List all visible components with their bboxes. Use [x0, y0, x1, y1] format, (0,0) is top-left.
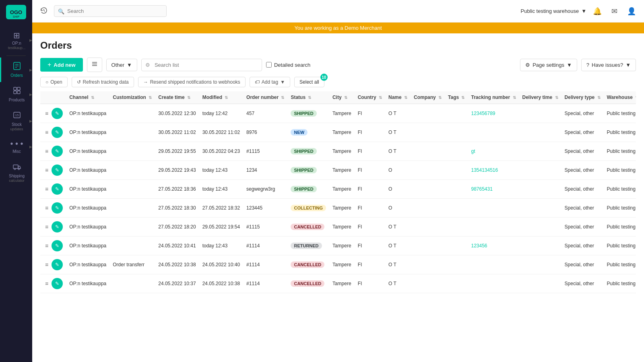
add-new-button[interactable]: + Add new	[40, 58, 83, 72]
row-edit-button[interactable]: ✎	[52, 202, 63, 214]
tag-icon: 🏷	[255, 79, 260, 85]
row-edit-button[interactable]: ✎	[52, 165, 63, 176]
search-icon: 🔍	[58, 8, 64, 14]
col-header-delivery-type[interactable]: Delivery type ⇅	[561, 91, 604, 104]
cell-create-time: 30.05.2022 12:30	[155, 104, 199, 123]
cell-name: O	[385, 161, 411, 180]
row-edit-button[interactable]: ✎	[52, 108, 63, 119]
cell-warehouse: Public testing warehouse	[604, 255, 636, 274]
history-button[interactable]	[39, 5, 49, 17]
row-edit-button[interactable]: ✎	[52, 183, 63, 195]
row-edit-button[interactable]: ✎	[52, 259, 63, 270]
col-header-country[interactable]: Country ⇅	[355, 91, 385, 104]
tracking-link[interactable]: gt	[471, 148, 475, 154]
notifications-button[interactable]: 🔔	[591, 5, 603, 17]
row-menu-button[interactable]: ≡	[43, 109, 50, 117]
cell-status: SHIPPED	[287, 142, 329, 161]
col-header-channel[interactable]: Channel ⇅	[66, 91, 109, 104]
col-header-customization[interactable]: Customization ⇅	[109, 91, 155, 104]
search-list-input[interactable]	[141, 59, 262, 71]
row-menu-button[interactable]: ≡	[43, 280, 50, 288]
orders-table-wrap: Channel ⇅ Customization ⇅ Create time ⇅ …	[40, 91, 636, 293]
row-menu-button[interactable]: ≡	[43, 128, 50, 136]
cell-delivery-type: Special, other	[561, 123, 604, 142]
col-header-order-number[interactable]: Order number ⇅	[243, 91, 287, 104]
sidebar-item-stock[interactable]: 15 Stock updates ▶	[0, 107, 32, 135]
refresh-tracking-button[interactable]: ↺ Refresh tracking data	[72, 77, 134, 87]
cell-delivery-type: Special, other	[561, 180, 604, 199]
row-edit-button[interactable]: ✎	[52, 278, 63, 289]
sidebar-item-misc[interactable]: • • • Misc ▶	[0, 135, 32, 158]
cell-customization	[109, 104, 155, 123]
have-issues-button[interactable]: ? Have issues? ▼	[581, 59, 636, 71]
status-badge: CANCELLED	[291, 280, 324, 287]
search-input[interactable]	[54, 5, 167, 17]
cell-status: CANCELLED	[287, 274, 329, 293]
col-header-tags[interactable]: Tags ⇅	[445, 91, 468, 104]
app-logo[interactable]: OGO SHIP	[0, 0, 32, 24]
add-tag-button[interactable]: 🏷 Add tag ▼	[250, 77, 290, 87]
resend-button[interactable]: → Resend shipped notifications to webhoo…	[138, 77, 246, 87]
open-button[interactable]: ○ Open	[40, 77, 68, 87]
row-edit-button[interactable]: ✎	[52, 146, 63, 157]
col-header-delivery-time[interactable]: Delivery time ⇅	[519, 91, 561, 104]
list-view-button[interactable]	[87, 58, 102, 72]
col-header-name[interactable]: Name ⇅	[385, 91, 411, 104]
col-header-status[interactable]: Status ⇅	[287, 91, 329, 104]
settings-dropdown-icon: ▼	[567, 62, 572, 68]
cell-order-number: 8976	[243, 123, 287, 142]
messages-button[interactable]: ✉	[610, 5, 619, 17]
cell-modified: 29.05.2022 19:54	[199, 218, 243, 237]
tracking-link[interactable]: 1354134516	[471, 167, 498, 173]
row-menu-button[interactable]: ≡	[43, 204, 50, 212]
row-menu-button[interactable]: ≡	[43, 261, 50, 269]
cell-modified: 30.05.2022 11:02	[199, 123, 243, 142]
row-edit-button[interactable]: ✎	[52, 221, 63, 232]
select-all-button[interactable]: Select all	[294, 77, 324, 87]
cell-tags	[445, 123, 468, 142]
cell-country: FI	[355, 142, 385, 161]
cell-tracking: 123456789	[468, 104, 519, 123]
col-header-warehouse[interactable]: Warehouse ⇅	[604, 91, 636, 104]
profile-button[interactable]: 👤	[625, 5, 638, 17]
col-header-tracking[interactable]: Tracking number ⇅	[468, 91, 519, 104]
tracking-link[interactable]: 98765431	[471, 186, 492, 192]
page-settings-button[interactable]: ⚙ Page settings ▼	[520, 59, 577, 71]
row-menu-button[interactable]: ≡	[43, 242, 50, 250]
cell-delivery-type: Special, other	[561, 161, 604, 180]
main-area: 🔍 Public testing warehouse ▼ 🔔 ✉ 👤 You a…	[32, 0, 644, 362]
search-list-wrap: ⚙	[141, 59, 262, 71]
row-edit-button[interactable]: ✎	[52, 240, 63, 251]
filter-icon: ⚙	[145, 62, 150, 68]
status-badge: SHIPPED	[291, 186, 316, 192]
row-menu-button[interactable]: ≡	[43, 185, 50, 193]
sidebar-item-products[interactable]: Products ▶	[0, 82, 32, 107]
sidebar-item-home[interactable]: ⊞ OP:n testikaup... ▶	[0, 27, 32, 54]
row-menu-button[interactable]: ≡	[43, 223, 50, 231]
col-header-city[interactable]: City ⇅	[329, 91, 355, 104]
cell-name: O T	[385, 274, 411, 293]
cell-create-time: 24.05.2022 10:41	[155, 237, 199, 255]
cell-company	[411, 161, 445, 180]
table-row: ≡ ✎ OP:n testikauppa 27.05.2022 18:30 27…	[40, 199, 636, 218]
col-header-company[interactable]: Company ⇅	[411, 91, 445, 104]
row-menu-button[interactable]: ≡	[43, 166, 50, 174]
col-header-modified[interactable]: Modified ⇅	[199, 91, 243, 104]
cell-company	[411, 123, 445, 142]
cell-delivery-type: Special, other	[561, 237, 604, 255]
row-edit-button[interactable]: ✎	[52, 127, 63, 138]
detailed-search-checkbox[interactable]	[266, 62, 272, 68]
row-menu-button[interactable]: ≡	[43, 147, 50, 155]
sidebar-item-orders[interactable]: Orders ▶	[0, 58, 32, 82]
tracking-link[interactable]: 123456	[471, 243, 487, 249]
warehouse-selector[interactable]: Public testing warehouse ▼	[521, 8, 586, 14]
cell-order-number: 123445	[243, 199, 287, 218]
cell-company	[411, 218, 445, 237]
col-header-create-time[interactable]: Create time ⇅	[155, 91, 199, 104]
cell-tracking: 98765431	[468, 180, 519, 199]
cell-delivery-time	[519, 161, 561, 180]
tracking-link[interactable]: 123456789	[471, 111, 495, 116]
sidebar-item-shipping[interactable]: Shipping calculator	[0, 158, 32, 187]
other-dropdown[interactable]: Other ▼	[106, 59, 137, 71]
plus-icon: +	[47, 61, 51, 68]
